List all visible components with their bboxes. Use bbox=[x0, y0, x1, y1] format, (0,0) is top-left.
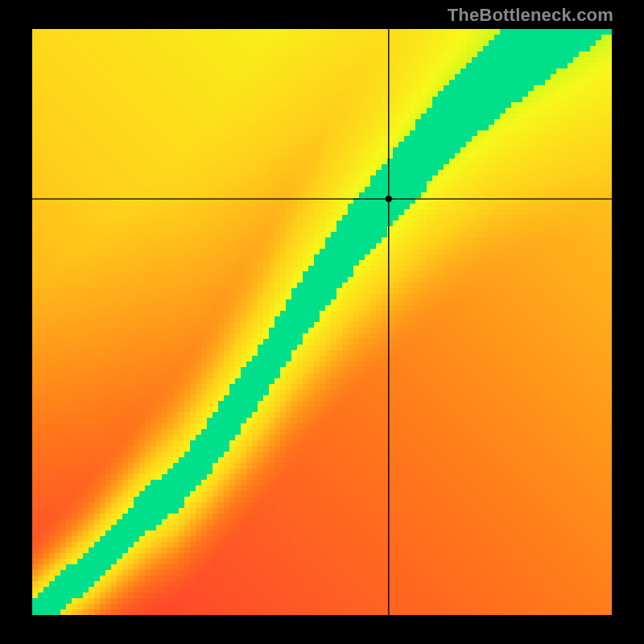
heatmap-canvas bbox=[32, 29, 612, 615]
heatmap-plot bbox=[32, 29, 612, 615]
attribution-text: TheBottleneck.com bbox=[448, 5, 613, 26]
chart-frame: TheBottleneck.com bbox=[0, 0, 644, 644]
